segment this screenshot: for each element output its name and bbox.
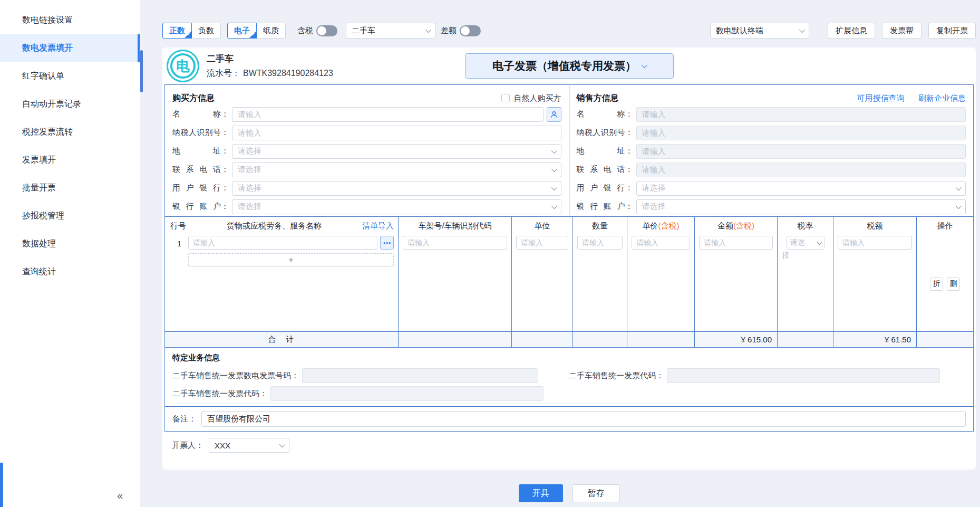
- seller-account-select[interactable]: 请选择: [636, 199, 966, 214]
- select-customer-button[interactable]: [547, 107, 561, 122]
- sidebar-scrollbar-thumb[interactable]: [140, 50, 143, 92]
- delete-row-button[interactable]: 删: [947, 278, 960, 291]
- difference-toggle[interactable]: [460, 25, 481, 36]
- issue-button[interactable]: 开具: [519, 484, 563, 502]
- chevron-down-icon: [956, 203, 962, 208]
- checkbox-icon[interactable]: [501, 94, 510, 102]
- used-car-invoice-code-field-left: 二手车销售统一发票代码：: [172, 385, 569, 403]
- row-line-number: 1: [170, 236, 188, 248]
- medium-toggle-group: 电子 ✓ 纸质: [227, 23, 286, 39]
- invoice-meta: 二手车 流水号：BWTK39284190284123: [207, 53, 333, 79]
- business-type-select[interactable]: 二手车: [346, 23, 435, 39]
- chevron-down-icon: [551, 147, 557, 153]
- negative-button[interactable]: 负数: [192, 23, 221, 39]
- sidebar-item-tax-invoice-flow[interactable]: 税控发票流转: [0, 118, 140, 146]
- issuer-row: 开票人： XXX: [164, 438, 974, 453]
- extend-info-button[interactable]: 扩展信息: [828, 23, 875, 39]
- positive-button[interactable]: 正数 ✓: [162, 23, 192, 39]
- electronic-button[interactable]: 电子 ✓: [227, 23, 257, 39]
- total-tax-value: ¥ 61.50: [833, 332, 917, 347]
- buyer-address-select[interactable]: 请选择: [232, 144, 561, 159]
- buyer-account-row: 银行账户： 请选择: [172, 197, 561, 216]
- toggle-knob: [317, 26, 326, 35]
- chevron-down-icon: [551, 184, 557, 190]
- tax-rate-select[interactable]: 请选: [787, 236, 824, 250]
- vin-input[interactable]: [403, 236, 507, 250]
- more-options-button[interactable]: ⋯: [380, 236, 394, 250]
- sidebar-item-invoice-fill[interactable]: 发票填开: [0, 146, 140, 174]
- cell-unit-price: [627, 235, 695, 331]
- sidebar-collapse-icon[interactable]: «: [117, 490, 123, 502]
- goods-name-input[interactable]: [188, 236, 377, 250]
- discount-row-button[interactable]: 折: [930, 278, 943, 291]
- buyer-account-select[interactable]: 请选择: [232, 199, 561, 214]
- used-car-digital-invoice-number-input: [302, 368, 538, 383]
- used-car-digital-invoice-number-field: 二手车销售统一发票数电发票号码：: [172, 367, 569, 385]
- issuer-label: 开票人: [172, 441, 196, 449]
- special-business-section: 特定业务信息 二手车销售统一发票数电发票号码： 二手车销售统一发票代码： 二手车…: [164, 347, 974, 407]
- amount-input[interactable]: [699, 236, 773, 250]
- buyer-name-input[interactable]: [232, 107, 544, 122]
- unit-input[interactable]: [516, 236, 568, 250]
- sidebar-item-batch-invoicing[interactable]: 批量开票: [0, 174, 140, 202]
- col-goods-name: 货物或应税劳务、服务名称: [186, 221, 362, 231]
- seller-phone-row: 联系电话：: [577, 160, 966, 179]
- app-window: 数电链接设置 数电发票填开 红字确认单 自动动开票记录 税控发票流转 发票填开 …: [0, 0, 980, 507]
- quantity-input[interactable]: [577, 236, 623, 250]
- buyer-bank-select[interactable]: 请选择: [232, 181, 561, 196]
- credit-query-link[interactable]: 可用授信查询: [857, 93, 905, 102]
- remark-input[interactable]: [201, 411, 966, 427]
- buyer-phone-row: 联系电话： 请选择: [172, 160, 561, 179]
- table-body: 1 ⋯ + 请选: [165, 235, 973, 331]
- list-import-link[interactable]: 清单导入: [362, 221, 394, 231]
- buyer-bank-row: 用户银行： 请选择: [172, 179, 561, 197]
- main-area: 正数 ✓ 负数 电子 ✓ 纸质 含税 二手车 差额: [140, 0, 980, 507]
- invoice-form-card: 电 二手车 流水号：BWTK39284190284123 电子发票（增值税专用发…: [162, 47, 976, 470]
- buyer-title: 购买方信息: [172, 93, 215, 104]
- bottom-left-accent-strip: [0, 463, 3, 507]
- sidebar-item-digital-invoice-fill[interactable]: 数电发票填开: [0, 34, 140, 62]
- copy-invoicing-button[interactable]: 复制开票: [928, 23, 976, 39]
- invoice-header: 电 二手车 流水号：BWTK39284190284123 电子发票（增值税专用发…: [164, 47, 974, 84]
- chevron-down-icon: [279, 442, 285, 447]
- buyer-phone-select[interactable]: 请选择: [232, 162, 561, 177]
- toolbar-right-group: 数电默认终端 扩展信息 发票帮 复制开票: [710, 23, 976, 39]
- save-draft-button[interactable]: 暂存: [573, 484, 620, 502]
- add-row-button[interactable]: +: [188, 253, 394, 267]
- invoice-type-dropdown[interactable]: 电子发票（增值税专用发票）: [465, 53, 674, 79]
- natural-person-checkbox[interactable]: 自然人购买方: [501, 93, 561, 103]
- unit-price-input[interactable]: [632, 236, 690, 250]
- seller-account-row: 银行账户： 请选择: [577, 197, 966, 216]
- sidebar-item-query-statistics[interactable]: 查询统计: [0, 258, 140, 286]
- col-vin: 车架号/车辆识别代码: [399, 217, 512, 235]
- person-icon: [550, 110, 558, 119]
- col-unit-price: 单价(含税): [627, 217, 695, 235]
- sidebar-item-tax-copy-management[interactable]: 抄报税管理: [0, 202, 140, 230]
- sidebar-item-data-processing[interactable]: 数据处理: [0, 230, 140, 258]
- party-info-panel: 购买方信息 自然人购买方 名称：: [164, 84, 974, 217]
- terminal-select[interactable]: 数电默认终端: [710, 23, 809, 39]
- seller-taxid-row: 纳税人识别号：: [577, 123, 966, 142]
- totals-row: 合 计 ¥ 615.00 ¥ 61.50: [165, 331, 973, 347]
- sidebar-item-digital-link-settings[interactable]: 数电链接设置: [0, 6, 140, 34]
- buyer-section: 购买方信息 自然人购买方 名称：: [165, 85, 569, 216]
- footer-actions: 开具 暂存: [162, 484, 976, 502]
- tax-amount-input[interactable]: [838, 236, 912, 250]
- chevron-down-icon: [551, 166, 557, 171]
- selected-check-badge: ✓: [249, 31, 257, 39]
- buyer-taxid-input[interactable]: [232, 126, 561, 140]
- issuer-select[interactable]: XXX: [209, 438, 289, 453]
- sidebar-item-red-confirmation[interactable]: 红字确认单: [0, 62, 140, 90]
- used-car-invoice-code-field-right: 二手车销售统一发票代码：: [569, 367, 940, 385]
- refresh-enterprise-info-link[interactable]: 刷新企业信息: [918, 93, 966, 102]
- tax-included-toggle[interactable]: [316, 25, 337, 36]
- seller-bank-row: 用户银行： 请选择: [577, 179, 966, 197]
- cell-tax-amount: [833, 235, 917, 331]
- buyer-taxid-row: 纳税人识别号：: [172, 123, 561, 142]
- seller-bank-select[interactable]: 请选择: [636, 181, 966, 196]
- paper-button[interactable]: 纸质: [257, 23, 286, 39]
- invoice-helper-button[interactable]: 发票帮: [882, 23, 921, 39]
- sidebar-menu: 数电链接设置 数电发票填开 红字确认单 自动动开票记录 税控发票流转 发票填开 …: [0, 0, 140, 286]
- sidebar-item-auto-invoice-records[interactable]: 自动动开票记录: [0, 90, 140, 118]
- col-unit: 单位: [512, 217, 573, 235]
